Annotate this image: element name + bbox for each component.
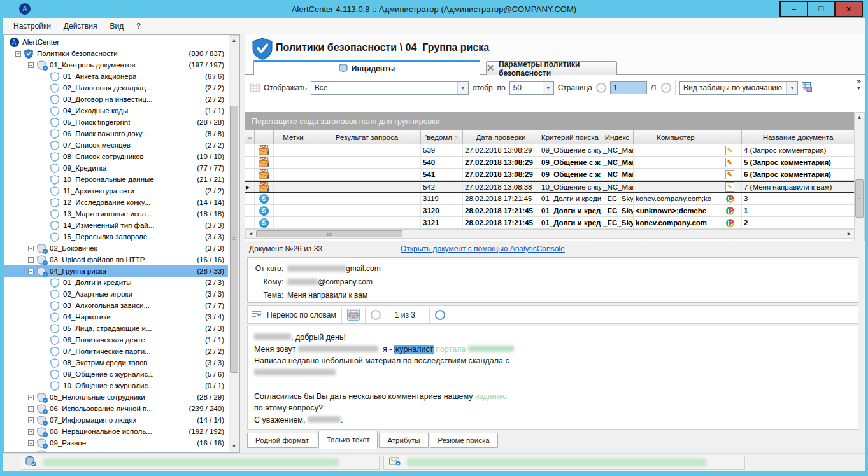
edit-note-icon[interactable]: ✎ [725,146,734,155]
tree-item-10-персональные-данные[interactable]: 10_Персональные данные(21 / 21) [4,174,228,185]
email-body-text[interactable]: , добрый день!Меня зовут я - журналист п… [247,326,858,430]
tree-item-06-поиск-важного-доку-[interactable]: 06_Поиск важного доку...(8 / 8) [4,128,228,139]
tree-item-05-поиск-fingerprint[interactable]: 05_Поиск fingerprint(28 / 28) [4,116,228,128]
tree-item-03-алкогольная-зависи-[interactable]: 03_Алкогольная зависи...(7 / 7) [4,300,228,311]
tree-item-03-договор-на-инвестиц-[interactable]: 03_Договор на инвестиц...(2 / 2) [4,94,228,105]
collapse-icon[interactable]: − [28,269,34,274]
scroll-up-icon[interactable]: ▲ [229,36,239,46]
tree-item-14-измененный-тип-фай-[interactable]: 14_Измененный тип фай...(3 / 3) [4,220,228,231]
next-page-icon[interactable]: › [661,83,671,93]
expand-icon[interactable]: + [28,257,34,263]
tree-item-02-боковичек[interactable]: +✓02_Боковичек(3 / 3) [4,242,228,254]
group-by-bar[interactable]: Перетащите сюда заголовок поля для групп… [245,112,855,130]
tree-item-13-маркетинговые-иссл-[interactable]: 13_Маркетинговые иссл...(18 / 18) [4,208,228,220]
next-document-icon[interactable]: → [435,310,445,320]
tree-item-07-политические-парти-[interactable]: 07_Политические парти...(2 / 2) [4,346,228,357]
title-bar[interactable]: A AlertCenter 4.113.0.8 :: Администратор… [0,0,868,18]
scroll-down-icon[interactable]: ▼ [229,442,239,452]
tree-item-08-экстрим-среди-топов[interactable]: 08_Экстрим среди топов(3 / 3) [4,357,228,368]
tree-item-01-анкета-акционера[interactable]: 01_Анкета акционера(6 / 6) [4,71,228,82]
edit-note-icon[interactable]: ✎ [725,182,734,192]
grid-horizontal-scrollbar[interactable]: ◄ ⦀⦀⦀ ► [245,229,855,239]
prev-document-icon[interactable]: ← [371,310,381,320]
tree-item-08-нерациональное-исполь-[interactable]: +✓08_Нерациональное исполь...(192 / 192) [4,426,228,437]
menu-item-1[interactable]: Действия [57,19,104,33]
tree-item-политики-безопасности[interactable]: −Политики безопасности(830 / 837) [4,48,228,59]
collapse-icon[interactable]: − [28,62,34,68]
page-number-input[interactable]: 1 [610,81,647,94]
tree-item-04-группа-риска[interactable]: −✓04_Группа риска(28 / 33) [4,265,228,277]
tree-scrollbar-thumb[interactable]: ≡ [230,106,238,373]
collapse-icon[interactable]: − [15,51,21,57]
tree-item-09-кредитка[interactable]: 09_Кредитка(77 / 77) [4,162,228,174]
tab-incidents[interactable]: Инциденты [253,60,480,75]
toolbar-overflow-button[interactable]: »▼ [857,79,861,91]
doc-tab-только-текст[interactable]: Только текст [318,431,378,449]
grid-row-3120[interactable]: S312028.02.2018 17:21:4501_Долги и кред_… [245,205,855,217]
scroll-up-icon[interactable]: ▲ [855,113,864,123]
grid-row-3121[interactable]: S312128.02.2018 17:21:4501_Долги и кред_… [245,217,855,229]
print-view-icon[interactable] [347,309,360,321]
expand-icon[interactable]: + [28,429,34,435]
column-header-3[interactable]: Результат запроса [313,130,421,144]
tree-item-02-азартные-игроки[interactable]: 02_Азартные игроки(3 / 3) [4,288,228,300]
menu-item-0[interactable]: Настройки [7,19,57,33]
edit-note-icon[interactable]: ✎ [725,170,734,179]
close-button[interactable]: x [834,1,863,17]
column-header-2[interactable]: Метки [274,130,313,144]
column-header-7[interactable]: Индекс [601,130,634,144]
tree-item-alertcenter[interactable]: AAlertCenter [4,36,228,48]
expand-icon[interactable]: + [28,406,34,412]
expand-icon[interactable]: + [28,395,34,400]
menu-item-2[interactable]: Вид [103,19,130,33]
tree-item-04-наркотики[interactable]: 04_Наркотики(3 / 4) [4,311,228,323]
tree-item-09-разное[interactable]: +✓09_Разное(16 / 16) [4,437,228,449]
expand-icon[interactable]: + [28,440,34,446]
maximize-button[interactable]: □ [807,1,836,17]
tree-item-15-пересылка-запороле-[interactable]: 15_Пересылка запороле...(3 / 3) [4,231,228,242]
chrome-icon[interactable] [726,207,734,215]
tree-item-01-долги-и-кредиты[interactable]: 01_Долги и кредиты(2 / 3) [4,277,228,288]
tree-item-04-исходные-коды[interactable]: 04_Исходные коды(1 / 1) [4,105,228,116]
column-header-9[interactable] [718,130,742,144]
tree-item-08-список-сотрудников[interactable]: 08_Список сотрудников(10 / 10) [4,151,228,162]
doc-tab-атрибуты[interactable]: Атрибуты [379,433,428,448]
tree-item-01-контроль-документов[interactable]: −✓01_Контроль документов(197 / 197) [4,59,228,71]
grid-row-540[interactable]: POP354027.02.2018 13:08:2909_Общение с ж… [245,157,855,169]
grid-row-541[interactable]: POP354127.02.2018 13:08:2909_Общение с ж… [245,169,855,181]
column-header-8[interactable]: Компьютер [634,130,718,144]
chrome-icon[interactable] [726,219,734,227]
menu-item-3[interactable]: ? [130,19,147,33]
tree-item-09-общение-с-журналис-[interactable]: 09_Общение с журналис...(5 / 6) [4,368,228,380]
expand-icon[interactable]: + [28,417,34,423]
open-in-analyticconsole-link[interactable]: Открыть документ с помощью AnalyticConso… [401,244,565,253]
grid-hscrollbar-thumb[interactable]: ⦀⦀⦀ [256,230,402,237]
minimize-button[interactable]: – [779,1,808,17]
grid-scrollbar-thumb[interactable]: ≡ [855,179,864,218]
grid-row-539[interactable]: POP353927.02.2018 13:08:2909_Общение с ж… [245,144,855,157]
column-header-4[interactable]: 'ведомл△ [421,130,463,144]
tab-policy-parameters[interactable]: Параметры политики безопасности [486,61,617,75]
tree-item-03-upload-файлов-по-http[interactable]: +✓03_Upload файлов по HTTP(16 / 16) [4,254,228,265]
chrome-icon[interactable] [726,195,734,203]
table-view-select[interactable]: Вид таблицы по умолчанию ▼ [679,81,798,95]
expand-icon[interactable]: + [28,246,34,251]
tree-item-07-информация-о-людях[interactable]: +✓07_Информация о людях(14 / 14) [4,414,228,426]
tree-item-02-налоговая-декларац-[interactable]: 02_Налоговая декларац...(2 / 2) [4,82,228,94]
tree-item-05-лица-страдающие-и-[interactable]: 05_Лица, страдающие и...(2 / 3) [4,323,228,334]
tree-item-05-нелояльные-сотрудники[interactable]: +✓05_Нелояльные сотрудники(28 / 29) [4,391,228,403]
scroll-right-icon[interactable]: ► [844,230,854,238]
tree-item-10-контроль-доступа[interactable]: +✓10_Контроль доступа(38 / 38) [4,449,228,453]
column-header-6[interactable]: Критерий поиска [539,130,601,144]
grid-row-542[interactable]: ▸POP354227.02.2018 13:08:3810_Общение с … [245,181,855,193]
doc-tab-резюме-поиска[interactable]: Резюме поиска [430,433,498,448]
column-header-10[interactable]: Название документа [742,130,855,144]
tree-scrollbar[interactable]: ▲ ≡ ▼ [229,35,239,452]
tree-item-12-исследование-конку-[interactable]: 12_Исследование конку...(14 / 14) [4,197,228,208]
tree-item-06-политическая-деяте-[interactable]: 06_Политическая деяте...(1 / 1) [4,334,228,346]
save-table-view-icon[interactable] [802,82,812,94]
tree-item-06-использование-личной-п-[interactable]: +✓06_Использование личной п...(239 / 240… [4,403,228,414]
grid-row-3119[interactable]: S311928.02.2018 17:21:4501_Долги и креди… [245,193,855,205]
word-wrap-icon[interactable] [252,310,262,320]
show-filter-select[interactable]: Все ▼ [311,81,469,95]
